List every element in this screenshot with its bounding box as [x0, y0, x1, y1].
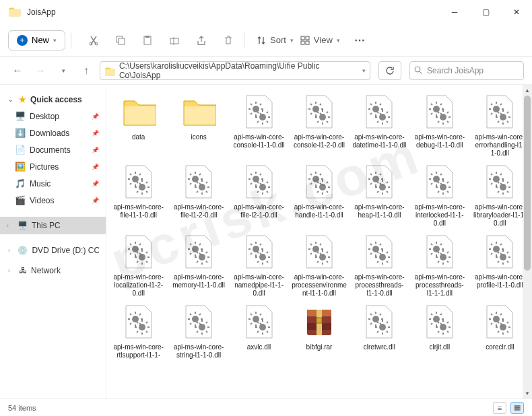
cut-button[interactable]: [84, 30, 104, 50]
address-bar[interactable]: C:\Users\karolisliucveikis\AppData\Roami…: [100, 61, 370, 80]
file-item[interactable]: clrjit.dll: [410, 302, 469, 361]
file-icon: [421, 303, 459, 341]
file-item[interactable]: api-ms-win-core-console-l1-2-0.dll: [290, 92, 348, 159]
file-icon: [120, 303, 158, 341]
folder-icon: 🎬: [15, 195, 26, 205]
file-item[interactable]: api-ms-win-core-processenvironment-l1-1-…: [290, 232, 348, 299]
sidebar-item-desktop[interactable]: 🖥️Desktop📌: [0, 108, 106, 125]
sidebar-network[interactable]: › 🖧 Network: [0, 263, 106, 279]
svg-point-18: [415, 67, 420, 72]
file-item[interactable]: clretwrc.dll: [350, 302, 409, 361]
file-item[interactable]: api-ms-win-core-file-l1-2-0.dll: [169, 162, 228, 229]
file-area[interactable]: dataiconsapi-ms-win-core-console-l1-1-0.…: [106, 85, 532, 398]
chevron-down-icon[interactable]: ▾: [362, 67, 366, 74]
file-item[interactable]: api-ms-win-core-datetime-l1-1-0.dll: [350, 92, 409, 159]
file-item[interactable]: bibfgi.rar: [290, 302, 348, 361]
svg-rect-10: [119, 38, 125, 44]
file-item[interactable]: api-ms-win-core-debug-l1-1-0.dll: [410, 92, 469, 159]
file-item[interactable]: api-ms-win-core-file-l2-1-0.dll: [230, 162, 288, 229]
file-item[interactable]: icons: [169, 92, 228, 159]
forward-button[interactable]: →: [31, 61, 50, 80]
icons-view-button[interactable]: ▦: [510, 402, 524, 414]
file-item[interactable]: api-ms-win-core-rtlsupport-l1-1-: [109, 302, 168, 361]
address-path: C:\Users\karolisliucveikis\AppData\Roami…: [119, 61, 362, 80]
sidebar-item-videos[interactable]: 🎬Videos📌: [0, 192, 106, 209]
sidebar-item-music[interactable]: 🎵Music📌: [0, 175, 106, 192]
file-icon: [180, 233, 218, 271]
file-item[interactable]: api-ms-win-core-processthreads-l1-1-1.dl…: [410, 232, 469, 299]
view-button[interactable]: View ▾: [300, 35, 340, 45]
details-view-button[interactable]: ≡: [493, 402, 506, 414]
pc-icon: 🖥️: [18, 221, 28, 230]
file-name: api-ms-win-core-interlocked-l1-1-0.dll: [412, 203, 467, 228]
file-icon: [481, 93, 519, 131]
more-button[interactable]: ⋯: [350, 30, 370, 50]
recent-button[interactable]: ▾: [54, 61, 73, 80]
refresh-button[interactable]: [378, 61, 401, 80]
file-item[interactable]: api-ms-win-core-localization-l1-2-0.dll: [109, 232, 168, 299]
sidebar-dvd[interactable]: › 💿 DVD Drive (D:) CCCC: [0, 242, 106, 258]
copy-button[interactable]: [110, 30, 131, 50]
file-name: clretwrc.dll: [364, 343, 395, 351]
sidebar-item-downloads[interactable]: ⬇️Downloads📌: [0, 125, 106, 141]
folder-icon: [104, 65, 115, 76]
sidebar-item-pictures[interactable]: 🖼️Pictures📌: [0, 158, 106, 175]
sidebar-this-pc[interactable]: › 🖥️ This PC: [0, 217, 106, 234]
share-button[interactable]: [191, 30, 211, 50]
scrollbar[interactable]: ▲ ▼: [523, 85, 532, 398]
file-item[interactable]: api-ms-win-core-handle-l1-1-0.dll: [290, 162, 348, 229]
file-icon: [240, 163, 278, 201]
file-name: api-ms-win-core-processthreads-l1-1-0.dl…: [352, 273, 407, 298]
svg-rect-12: [145, 36, 149, 38]
scroll-down-button[interactable]: ▼: [523, 388, 532, 398]
folder-icon: 🎵: [15, 178, 26, 188]
chevron-right-icon: ›: [8, 267, 15, 274]
up-button[interactable]: ↑: [77, 61, 96, 80]
chevron-right-icon: ›: [7, 222, 13, 229]
file-item[interactable]: api-ms-win-core-file-l1-1-0.dll: [109, 162, 168, 229]
file-icon: [360, 303, 398, 341]
scroll-track[interactable]: [523, 96, 532, 388]
file-icon: [481, 163, 519, 201]
file-item[interactable]: api-ms-win-core-heap-l1-1-0.dll: [350, 162, 409, 229]
chevron-down-icon: ▾: [290, 37, 294, 44]
folder-icon: 🖥️: [15, 111, 26, 121]
maximize-button[interactable]: ▢: [470, 0, 501, 24]
status-bar: 54 items ≡ ▦: [0, 398, 532, 416]
file-item[interactable]: api-ms-win-core-processthreads-l1-1-0.dl…: [350, 232, 409, 299]
close-button[interactable]: ✕: [501, 0, 532, 24]
new-button[interactable]: + New ▾: [8, 30, 65, 50]
sidebar-quick-access[interactable]: ⌄ ★ Quick access: [0, 92, 106, 108]
file-item[interactable]: api-ms-win-core-profile-l1-1-0.dll: [471, 232, 529, 299]
file-item[interactable]: data: [109, 92, 168, 159]
paste-button[interactable]: [137, 30, 158, 50]
file-item[interactable]: api-ms-win-core-namedpipe-l1-1-0.dll: [230, 232, 288, 299]
file-icon: [300, 163, 338, 201]
file-item[interactable]: api-ms-win-core-errorhandling-l1-1-0.dll: [471, 92, 529, 159]
folder-icon: 📄: [15, 145, 26, 155]
pin-icon: 📌: [92, 147, 99, 153]
rename-button[interactable]: [164, 30, 185, 50]
file-item[interactable]: axvlc.dll: [230, 302, 288, 361]
file-item[interactable]: coreclr.dll: [471, 302, 529, 361]
pin-icon: 📌: [92, 130, 99, 137]
file-icon: [360, 233, 398, 271]
delete-button[interactable]: [218, 30, 238, 50]
file-name: bibfgi.rar: [306, 343, 333, 351]
sidebar-item-documents[interactable]: 📄Documents📌: [0, 141, 106, 158]
file-icon: [180, 93, 218, 131]
sort-button[interactable]: Sort ▾: [257, 35, 294, 45]
file-item[interactable]: api-ms-win-core-interlocked-l1-1-0.dll: [410, 162, 469, 229]
search-input[interactable]: Search JoisApp: [409, 61, 524, 80]
scroll-thumb[interactable]: [524, 96, 531, 271]
file-item[interactable]: api-ms-win-core-string-l1-1-0.dll: [169, 302, 228, 361]
file-item[interactable]: api-ms-win-core-console-l1-1-0.dll: [230, 92, 288, 159]
this-pc-label: This PC: [32, 221, 61, 230]
search-placeholder: Search JoisApp: [427, 66, 484, 75]
file-item[interactable]: api-ms-win-core-memory-l1-1-0.dll: [169, 232, 228, 299]
file-name: api-ms-win-core-string-l1-1-0.dll: [171, 343, 226, 359]
minimize-button[interactable]: ─: [439, 0, 470, 24]
scroll-up-button[interactable]: ▲: [523, 85, 532, 96]
file-item[interactable]: api-ms-win-core-libraryloader-l1-1-0.dll: [471, 162, 529, 229]
back-button[interactable]: ←: [8, 61, 27, 80]
